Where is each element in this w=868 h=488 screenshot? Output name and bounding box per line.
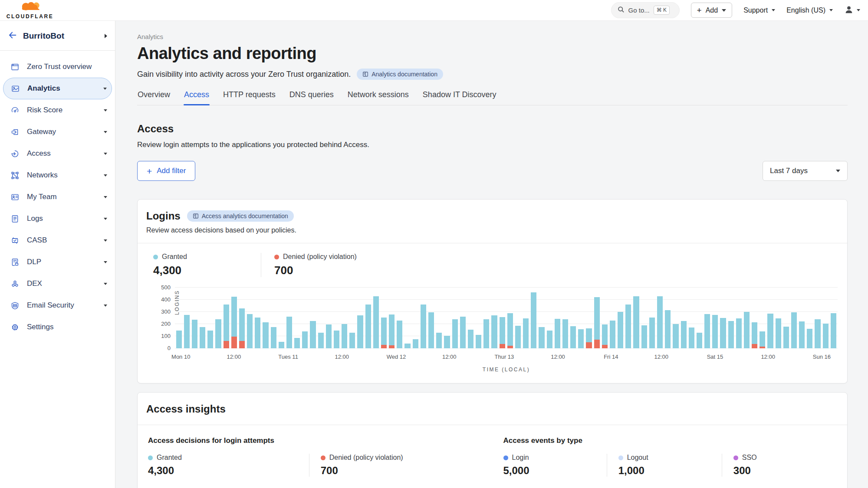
bar[interactable] xyxy=(680,288,687,348)
bar[interactable] xyxy=(293,288,301,348)
tab-network-sessions[interactable]: Network sessions xyxy=(347,90,409,105)
bar[interactable] xyxy=(396,288,404,348)
bar[interactable] xyxy=(317,288,325,348)
bar[interactable] xyxy=(475,288,483,348)
bar[interactable] xyxy=(530,288,538,348)
bar[interactable] xyxy=(553,288,561,348)
sidebar-item-email-security[interactable]: Email Security xyxy=(0,295,115,316)
bar[interactable] xyxy=(759,288,766,348)
bar[interactable] xyxy=(341,288,349,348)
bar[interactable] xyxy=(593,288,601,348)
bar[interactable] xyxy=(427,288,435,348)
bar[interactable] xyxy=(301,288,309,348)
date-range-select[interactable]: Last 7 days xyxy=(763,161,848,181)
bar[interactable] xyxy=(254,288,262,348)
bar[interactable] xyxy=(191,288,198,348)
bar[interactable] xyxy=(419,288,427,348)
bar[interactable] xyxy=(814,288,822,348)
bar[interactable] xyxy=(585,288,593,348)
bar[interactable] xyxy=(325,288,332,348)
access-analytics-documentation-badge[interactable]: Access analytics documentation xyxy=(187,210,294,222)
bar[interactable] xyxy=(774,288,782,348)
bar[interactable] xyxy=(514,288,522,348)
sidebar-item-zero-trust-overview[interactable]: Zero Trust overview xyxy=(0,56,115,78)
sidebar-item-gateway[interactable]: Gateway xyxy=(0,121,115,143)
bar[interactable] xyxy=(538,288,546,348)
sidebar-item-settings[interactable]: Settings xyxy=(0,316,115,338)
bar[interactable] xyxy=(806,288,814,348)
cloudflare-logo[interactable]: CLOUDFLARE xyxy=(6,1,54,20)
bar[interactable] xyxy=(199,288,207,348)
bar[interactable] xyxy=(829,288,837,348)
bar[interactable] xyxy=(743,288,750,348)
bar[interactable] xyxy=(238,288,246,348)
sidebar-item-risk-score[interactable]: Risk Score xyxy=(0,99,115,121)
sidebar-item-my-team[interactable]: My Team xyxy=(0,186,115,208)
tab-dns-queries[interactable]: DNS queries xyxy=(289,90,334,105)
bar[interactable] xyxy=(695,288,703,348)
bar[interactable] xyxy=(364,288,372,348)
support-menu[interactable]: Support xyxy=(743,7,775,14)
bar[interactable] xyxy=(632,288,640,348)
tab-overview[interactable]: Overview xyxy=(137,90,171,105)
bar[interactable] xyxy=(561,288,569,348)
global-search[interactable]: Go to... ⌘ K xyxy=(611,2,680,18)
bar[interactable] xyxy=(332,288,340,348)
sidebar-item-analytics[interactable]: Analytics xyxy=(3,78,112,99)
bar[interactable] xyxy=(222,288,230,348)
add-filter-button[interactable]: + Add filter xyxy=(137,161,195,181)
bar[interactable] xyxy=(822,288,829,348)
tab-shadow-it-discovery[interactable]: Shadow IT Discovery xyxy=(422,90,497,105)
bar[interactable] xyxy=(704,288,711,348)
bar[interactable] xyxy=(404,288,411,348)
bar[interactable] xyxy=(569,288,577,348)
bar[interactable] xyxy=(640,288,648,348)
bar[interactable] xyxy=(380,288,388,348)
bar[interactable] xyxy=(246,288,254,348)
bar[interactable] xyxy=(656,288,664,348)
bar[interactable] xyxy=(388,288,396,348)
bar[interactable] xyxy=(601,288,608,348)
bar[interactable] xyxy=(270,288,277,348)
bar[interactable] xyxy=(451,288,459,348)
bar[interactable] xyxy=(625,288,632,348)
bar[interactable] xyxy=(214,288,222,348)
bar[interactable] xyxy=(443,288,451,348)
sidebar-item-access[interactable]: Access xyxy=(0,143,115,164)
chevron-right-icon[interactable] xyxy=(105,34,107,38)
bar[interactable] xyxy=(766,288,774,348)
bar[interactable] xyxy=(546,288,553,348)
account-menu[interactable] xyxy=(844,5,860,16)
bar[interactable] xyxy=(711,288,719,348)
bar[interactable] xyxy=(687,288,695,348)
bar[interactable] xyxy=(648,288,656,348)
bar[interactable] xyxy=(490,288,498,348)
bar[interactable] xyxy=(790,288,798,348)
bar[interactable] xyxy=(349,288,356,348)
bar[interactable] xyxy=(751,288,759,348)
bar[interactable] xyxy=(207,288,214,348)
sidebar-item-networks[interactable]: Networks xyxy=(0,164,115,186)
bar[interactable] xyxy=(617,288,625,348)
bar[interactable] xyxy=(608,288,616,348)
bar[interactable] xyxy=(262,288,270,348)
bar[interactable] xyxy=(735,288,743,348)
back-arrow-icon[interactable] xyxy=(8,30,17,42)
language-menu[interactable]: English (US) xyxy=(786,7,833,14)
bar[interactable] xyxy=(175,288,183,348)
bar[interactable] xyxy=(277,288,285,348)
sidebar-item-dex[interactable]: DEX xyxy=(0,273,115,295)
bar[interactable] xyxy=(483,288,490,348)
analytics-documentation-badge[interactable]: Analytics documentation xyxy=(357,69,443,80)
sidebar-item-dlp[interactable]: DLP xyxy=(0,251,115,273)
bar[interactable] xyxy=(309,288,317,348)
bar[interactable] xyxy=(664,288,672,348)
bar[interactable] xyxy=(435,288,443,348)
bar[interactable] xyxy=(727,288,735,348)
bar[interactable] xyxy=(719,288,727,348)
bar[interactable] xyxy=(577,288,585,348)
bar[interactable] xyxy=(183,288,191,348)
bar[interactable] xyxy=(285,288,293,348)
sidebar-item-casb[interactable]: CASB xyxy=(0,229,115,251)
bar[interactable] xyxy=(467,288,474,348)
